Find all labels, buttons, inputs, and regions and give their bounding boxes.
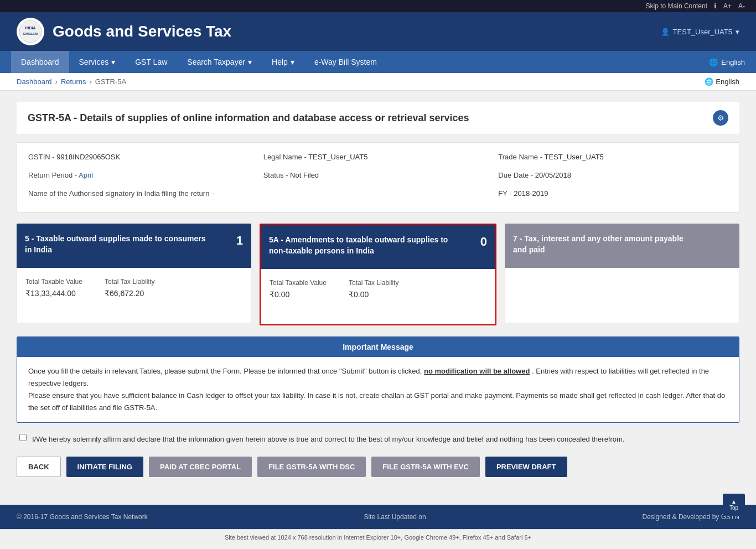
- search-taxpayer-dropdown-icon: ▾: [248, 58, 252, 66]
- paid-cbec-button[interactable]: PAID AT CBEC PORTAL: [149, 457, 252, 477]
- tile-5a-taxable-label: Total Taxable Value: [270, 279, 327, 287]
- svg-text:INDIA: INDIA: [25, 26, 35, 30]
- return-period-label: Return Period: [28, 171, 73, 179]
- language-text: English: [716, 77, 739, 86]
- signatory-value: –: [211, 189, 215, 198]
- search-taxpayer-label: Search Taxpayer: [187, 58, 245, 66]
- nav-help[interactable]: Help ▾: [262, 51, 304, 73]
- user-icon: 👤: [661, 28, 670, 36]
- tile-5-tax-label: Total Tax Liability: [105, 278, 155, 286]
- due-date-label: Due Date: [498, 171, 529, 179]
- info-box: GSTIN - 9918IND29065OSK Legal Name - TES…: [17, 142, 739, 213]
- services-dropdown-icon: ▾: [111, 58, 115, 66]
- footer-bottom-text: Site best viewed at 1024 x 768 resolutio…: [225, 534, 531, 541]
- tiles-row: 5 - Taxable outward supplies made to con…: [17, 224, 739, 325]
- scroll-top-label: Top: [729, 505, 738, 511]
- return-period-value: April: [79, 171, 93, 179]
- language-label: English: [721, 58, 745, 66]
- page-title-box: GSTR-5A - Details of supplies of online …: [17, 102, 739, 134]
- tile-5a-tax: Total Tax Liability ₹0.00: [349, 279, 399, 299]
- nav-gst-law[interactable]: GST Law: [125, 51, 177, 73]
- dropdown-arrow[interactable]: ▾: [736, 28, 739, 36]
- footer-updated: Site Last Updated on: [364, 513, 426, 521]
- return-period-row: Return Period - April: [28, 171, 258, 179]
- important-text-part1: Once you fill the details in relevant Ta…: [28, 367, 422, 375]
- tile-5a-taxable-value: ₹0.00: [270, 290, 327, 299]
- main-content: GSTR-5A - Details of supplies of online …: [0, 91, 756, 505]
- tile-5a[interactable]: 5A - Amendments to taxable outward suppl…: [260, 224, 496, 325]
- tile-5a-taxable: Total Taxable Value ₹0.00: [270, 279, 327, 299]
- scroll-arrow-icon: ▲: [731, 499, 737, 505]
- initiate-filing-button[interactable]: INITIATE FILING: [66, 457, 143, 477]
- important-text-part3: Please ensure that you have sufficient b…: [28, 391, 725, 412]
- declaration-text: I/We hereby solemnly affirm and declare …: [32, 434, 625, 446]
- gstin-value: 9918IND29065OSK: [56, 153, 120, 161]
- font-increase[interactable]: A+: [723, 2, 732, 10]
- tile-7-title: 7 - Tax, interest and any other amount p…: [513, 234, 698, 255]
- globe-icon: 🌐: [709, 58, 718, 66]
- tile-5a-values: Total Taxable Value ₹0.00 Total Tax Liab…: [270, 279, 486, 299]
- trade-name-row: Trade Name - TEST_User_UAT5: [498, 153, 728, 161]
- breadcrumb-current: GSTR-5A: [95, 77, 126, 86]
- nav-dashboard[interactable]: Dashboard: [11, 51, 69, 73]
- site-title: Goods and Services Tax: [53, 23, 231, 40]
- status-value: Not Filed: [290, 171, 319, 179]
- svg-text:EMBLEM: EMBLEM: [23, 32, 38, 35]
- tile-5-taxable: Total Taxable Value ₹13,33,444.00: [25, 278, 82, 298]
- fy-label: FY: [498, 189, 507, 198]
- fy-row: FY - 2018-2019: [498, 189, 728, 198]
- nav-services[interactable]: Services ▾: [69, 51, 126, 73]
- breadcrumb-sep2: ›: [89, 77, 91, 86]
- legal-name-row: Legal Name - TEST_User_UAT5: [263, 153, 493, 161]
- fy-value: 2018-2019: [514, 189, 548, 198]
- breadcrumb-dashboard[interactable]: Dashboard: [17, 77, 52, 86]
- tile-7-body: [505, 268, 739, 323]
- top-bar: Skip to Main Content ℹ A+ A-: [0, 0, 756, 12]
- important-body: Once you fill the details in relevant Ta…: [17, 357, 739, 422]
- legal-name-value: TEST_User_UAT5: [308, 153, 367, 161]
- breadcrumb-sep1: ›: [55, 77, 58, 86]
- scroll-to-top[interactable]: ▲ Top: [723, 494, 745, 516]
- tile-5-taxable-value: ₹13,33,444.00: [25, 289, 82, 298]
- tile-5-tax: Total Tax Liability ₹66,672.20: [105, 278, 155, 298]
- tile-5-tax-value: ₹66,672.20: [105, 289, 155, 298]
- tile-5a-header: 5A - Amendments to taxable outward suppl…: [261, 225, 495, 269]
- settings-icon[interactable]: ⚙: [713, 110, 728, 126]
- nav-eway[interactable]: e-Way Bill System: [304, 51, 387, 73]
- preview-draft-button[interactable]: PREVIEW DRAFT: [485, 457, 567, 477]
- buttons-row: BACK INITIATE FILING PAID AT CBEC PORTAL…: [17, 457, 739, 477]
- nav-search-taxpayer[interactable]: Search Taxpayer ▾: [177, 51, 262, 73]
- tile-5-title: 5 - Taxable outward supplies made to con…: [25, 234, 210, 255]
- status-label: Status: [263, 171, 284, 179]
- tile-5a-count: 0: [480, 235, 487, 249]
- footer-main: © 2016-17 Goods and Services Tax Network…: [0, 505, 756, 529]
- tile-5-header: 5 - Taxable outward supplies made to con…: [17, 224, 251, 268]
- nav-services-label: Services: [79, 58, 109, 66]
- skip-link[interactable]: Skip to Main Content: [646, 2, 707, 10]
- important-message-box: Important Message Once you fill the deta…: [17, 336, 739, 423]
- nav-language: 🌐 English: [709, 58, 745, 66]
- trade-name-label: Trade Name: [498, 153, 538, 161]
- back-button[interactable]: BACK: [17, 457, 61, 477]
- tile-5a-title: 5A - Amendments to taxable outward suppl…: [269, 235, 454, 256]
- header-left: INDIA EMBLEM Goods and Services Tax: [17, 18, 231, 45]
- important-header: Important Message: [17, 337, 739, 357]
- tile-5-taxable-label: Total Taxable Value: [25, 278, 82, 286]
- file-evc-button[interactable]: FILE GSTR-5A WITH EVC: [371, 457, 480, 477]
- font-decrease[interactable]: A-: [738, 2, 745, 10]
- breadcrumb-returns[interactable]: Returns: [61, 77, 86, 86]
- logo: INDIA EMBLEM: [17, 18, 44, 45]
- status-row: Status - Not Filed: [263, 171, 493, 179]
- tile-5a-tax-value: ₹0.00: [349, 290, 399, 299]
- tile-7-header: 7 - Tax, interest and any other amount p…: [505, 224, 739, 268]
- tile-5-values: Total Taxable Value ₹13,33,444.00 Total …: [25, 278, 242, 298]
- tile-5[interactable]: 5 - Taxable outward supplies made to con…: [17, 224, 251, 325]
- due-date-row: Due Date - 20/05/2018: [498, 171, 728, 179]
- language-selector[interactable]: 🌐 English: [705, 77, 739, 86]
- file-dsc-button[interactable]: FILE GSTR-5A WITH DSC: [257, 457, 366, 477]
- page-title: GSTR-5A - Details of supplies of online …: [28, 112, 469, 124]
- username: TEST_User_UAT5: [673, 28, 732, 36]
- declaration-checkbox[interactable]: [19, 434, 27, 441]
- tile-5a-body: Total Taxable Value ₹0.00 Total Tax Liab…: [261, 269, 495, 324]
- tile-7[interactable]: 7 - Tax, interest and any other amount p…: [505, 224, 739, 325]
